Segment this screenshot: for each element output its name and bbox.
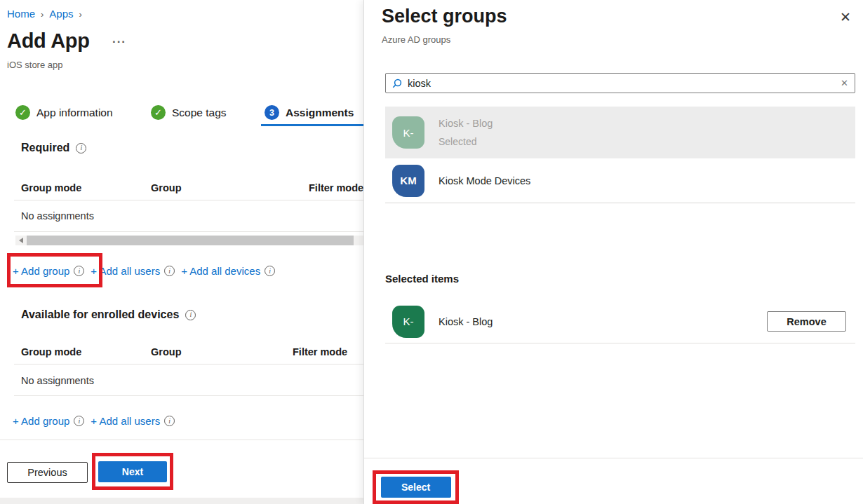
clear-search-icon[interactable]: ✕	[841, 78, 848, 88]
group-avatar: K-	[392, 116, 424, 149]
add-app-content: Home›Apps› Add App ··· iOS store app ✓ A…	[0, 0, 363, 504]
add-group-link[interactable]: + Add group	[13, 265, 69, 277]
info-icon[interactable]: i	[164, 266, 175, 276]
required-table-header: Group mode Group Filter mode	[21, 182, 363, 193]
column-header-filter-mode: Filter mode	[309, 182, 363, 193]
more-options-icon[interactable]: ···	[112, 35, 126, 49]
add-all-users-action: + Add all users i	[91, 415, 175, 427]
add-group-link[interactable]: + Add group	[13, 415, 69, 427]
available-actions: + Add group i + Add all users i	[13, 415, 175, 427]
required-section-heading: Required i	[21, 142, 86, 154]
available-empty-text: No assignments	[21, 375, 94, 386]
available-heading-text: Available for enrolled devices	[21, 308, 179, 321]
panel-title: Select groups	[382, 6, 507, 27]
info-icon[interactable]: i	[265, 266, 275, 276]
highlight-box-next: Next	[92, 453, 173, 490]
info-icon[interactable]: i	[185, 310, 196, 320]
tab-app-information[interactable]: ✓ App information	[15, 105, 113, 120]
selected-items-heading: Selected items	[385, 273, 459, 285]
add-all-users-link[interactable]: + Add all users	[91, 265, 160, 277]
step-label: App information	[36, 107, 113, 119]
available-section-heading: Available for enrolled devices i	[21, 308, 196, 321]
add-group-action: + Add group i	[13, 265, 84, 277]
chevron-right-icon: ›	[41, 9, 44, 20]
tab-scope-tags[interactable]: ✓ Scope tags	[151, 105, 227, 120]
highlight-box-select: Select	[373, 470, 459, 504]
step-number-badge: 3	[265, 105, 279, 120]
window-bottom-strip	[0, 498, 363, 504]
page-title: Add App	[7, 29, 90, 53]
selected-group-name: Kiosk - Blog	[439, 316, 493, 327]
add-all-users-action: + Add all users i	[91, 265, 175, 277]
group-name: Kiosk Mode Devices	[439, 175, 530, 186]
group-status: Selected	[439, 136, 493, 147]
group-row-text: Kiosk - Blog Selected	[439, 118, 493, 147]
search-input[interactable]	[408, 78, 835, 89]
close-icon[interactable]: ✕	[840, 11, 851, 24]
panel-subtitle: Azure AD groups	[382, 34, 450, 45]
group-results-list: K- Kiosk - Blog Selected KM Kiosk Mode D…	[385, 107, 855, 203]
breadcrumb-apps-link[interactable]: Apps	[49, 8, 73, 20]
page-subtitle: iOS store app	[7, 60, 63, 70]
group-row-kiosk-mode-devices[interactable]: KM Kiosk Mode Devices	[385, 158, 855, 203]
info-icon[interactable]: i	[164, 416, 175, 426]
column-header-group-mode: Group mode	[21, 182, 151, 193]
required-heading-text: Required	[21, 142, 69, 154]
group-avatar: KM	[392, 165, 424, 197]
add-group-action: + Add group i	[13, 415, 84, 427]
divider	[14, 231, 363, 232]
select-groups-panel: Select groups ✕ Azure AD groups ✕ K- Kio…	[363, 0, 863, 504]
divider	[14, 200, 363, 200]
info-icon[interactable]: i	[74, 416, 84, 426]
tab-assignments[interactable]: 3 Assignments	[265, 105, 354, 120]
wizard-steps: ✓ App information ✓ Scope tags 3 Assignm…	[0, 105, 363, 122]
group-name: Kiosk - Blog	[439, 118, 493, 129]
required-actions: + Add group i + Add all users i + Add al…	[13, 265, 275, 277]
chevron-right-icon: ›	[79, 9, 82, 20]
group-row-kiosk-blog: K- Kiosk - Blog Selected	[385, 107, 855, 158]
step-label: Assignments	[286, 107, 354, 119]
group-avatar: K-	[392, 306, 424, 338]
previous-button[interactable]: Previous	[7, 462, 88, 483]
info-icon[interactable]: i	[74, 266, 84, 276]
column-header-filter-mode: Filter mode	[293, 346, 347, 357]
panel-footer-divider	[364, 458, 863, 458]
add-all-users-link[interactable]: + Add all users	[91, 415, 160, 427]
check-icon: ✓	[151, 105, 166, 120]
column-header-group-mode: Group mode	[21, 346, 151, 357]
divider	[14, 364, 363, 365]
breadcrumb-home-link[interactable]: Home	[7, 8, 35, 20]
column-header-group: Group	[151, 346, 293, 357]
step-label: Scope tags	[172, 107, 227, 119]
horizontal-scrollbar[interactable]	[15, 236, 363, 245]
check-icon: ✓	[15, 105, 30, 120]
search-icon	[392, 79, 402, 88]
add-all-devices-action: + Add all devices i	[181, 265, 275, 277]
available-table-header: Group mode Group Filter mode	[21, 346, 363, 357]
remove-button[interactable]: Remove	[767, 311, 846, 332]
footer-divider	[0, 440, 363, 440]
column-header-group: Group	[151, 182, 309, 193]
info-icon[interactable]: i	[76, 143, 86, 154]
breadcrumb: Home›Apps›	[7, 8, 88, 20]
divider	[14, 395, 363, 396]
selected-item-row: K- Kiosk - Blog Remove	[385, 300, 855, 343]
required-empty-text: No assignments	[21, 210, 94, 222]
group-row-text: Kiosk Mode Devices	[439, 175, 530, 186]
add-all-devices-link[interactable]: + Add all devices	[181, 265, 260, 277]
scroll-left-arrow-icon[interactable]	[19, 238, 23, 243]
group-search-box[interactable]: ✕	[385, 73, 855, 93]
scrollbar-thumb[interactable]	[27, 236, 354, 245]
next-button[interactable]: Next	[98, 461, 167, 482]
select-button[interactable]: Select	[381, 477, 451, 498]
